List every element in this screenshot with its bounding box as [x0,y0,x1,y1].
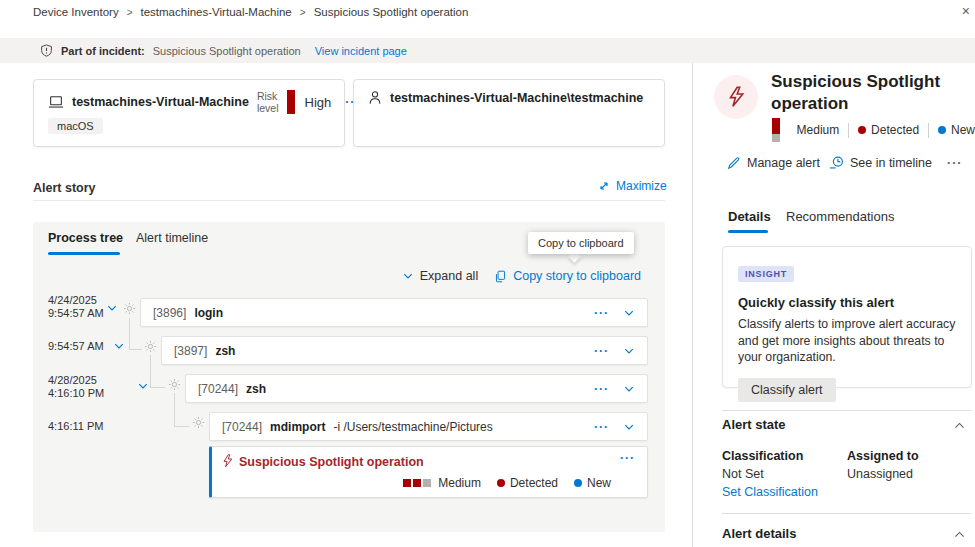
risk-level-label: Risk level [257,90,279,114]
row1-collapse-chevron-icon[interactable] [106,302,118,314]
process-name: login [194,306,223,320]
detected-dot-icon [497,479,505,487]
user-icon [368,90,382,105]
user-card[interactable]: testmachines-Virtual-Machine\testmachine [353,79,665,147]
process-name: mdimport [270,420,325,434]
new-dot-icon [938,126,946,134]
process-name: zsh [246,382,266,396]
row-expand-chevron-icon[interactable] [623,383,635,395]
incident-banner-name: Suspicious Spotlight operation [153,45,301,57]
tree-connector [174,393,189,427]
row-more-icon[interactable]: ··· [594,344,609,358]
tree-connector [150,355,165,388]
alert-details-title: Alert details [722,526,796,541]
device-icon [48,95,64,109]
row4-gear-icon [192,416,205,429]
tab-recommendations[interactable]: Recommendations [786,209,894,224]
maximize-icon [598,180,610,192]
status-label: New [587,476,611,490]
assigned-to-value: Unassigned [847,467,913,481]
process-name: zsh [215,344,235,358]
see-in-timeline-button[interactable]: See in timeline [829,155,932,170]
view-incident-page-link[interactable]: View incident page [315,45,407,57]
row4-timestamp: 4:16:11 PM [48,420,103,433]
see-in-timeline-label: See in timeline [850,156,932,170]
risk-level-value: High [305,95,332,110]
row3-timestamp: 4/28/20254:16:10 PM [48,374,104,400]
row-expand-chevron-icon[interactable] [623,307,635,319]
copy-icon [494,270,507,283]
os-tag: macOS [48,118,103,134]
insight-heading: Quickly classify this alert [738,295,956,310]
pencil-icon [727,156,741,170]
process-row-login[interactable]: [3896] login ··· [140,298,648,327]
row-more-icon[interactable]: ··· [594,306,609,320]
process-row-mdimport[interactable]: [70244] mdimport -i /Users/testmachine/P… [209,412,648,441]
copy-story-button[interactable]: Copy story to clipboard [494,269,641,283]
row3-collapse-chevron-icon[interactable] [137,380,149,392]
classification-value: Not Set [722,467,764,481]
row2-collapse-chevron-icon[interactable] [113,340,125,352]
status-separator [928,123,929,138]
breadcrumb: Device Inventory > testmachines-Virtual-… [33,6,468,18]
story-divider [33,200,665,201]
severity-squares [403,479,433,487]
device-card[interactable]: testmachines-Virtual-Machine Risk level … [33,79,345,147]
severity-label: Medium [797,123,840,137]
risk-severity-squares [287,90,297,114]
process-row-zsh-2[interactable]: [70244] zsh ··· [185,374,648,403]
detection-status-label: Detected [871,123,919,137]
alert-details-collapse-chevron-icon[interactable] [953,528,966,541]
breadcrumb-device[interactable]: testmachines-Virtual-Machine [141,6,292,18]
banner-close-icon[interactable]: × [962,4,970,18]
expand-all-label: Expand all [420,269,478,283]
copy-tooltip: Copy to clipboard [528,232,634,254]
alert-story-title: Alert story [33,181,96,195]
expand-all-button[interactable]: Expand all [402,269,478,283]
classify-alert-button[interactable]: Classify alert [738,378,836,402]
row2-gear-icon [144,340,157,353]
assigned-to-label: Assigned to [847,449,919,463]
tab-process-tree[interactable]: Process tree [48,231,123,245]
new-dot-icon [574,479,582,487]
status-badge: New [938,123,975,137]
breadcrumb-current: Suspicious Spotlight operation [314,6,469,18]
tab-details[interactable]: Details [728,209,771,224]
row2-timestamp: 9:54:57 AM [48,340,104,353]
process-pid: [70244] [198,382,238,396]
tab-alert-timeline[interactable]: Alert timeline [136,231,208,245]
defender-alert-page: Device Inventory > testmachines-Virtual-… [0,0,975,547]
process-pid: [70244] [222,420,262,434]
detection-status-badge: Detected [497,476,558,490]
tree-alert-card[interactable]: Suspicious Spotlight operation ··· Mediu… [209,446,648,498]
severity-squares [772,118,792,142]
breadcrumb-device-inventory[interactable]: Device Inventory [33,6,119,18]
side-panel-title: Suspicious Spotlight operation [771,71,971,115]
alert-state-title: Alert state [722,417,786,432]
manage-alert-button[interactable]: Manage alert [727,156,820,170]
device-name: testmachines-Virtual-Machine [72,95,249,109]
panel-more-icon[interactable]: ··· [947,156,963,170]
insight-badge: INSIGHT [738,266,794,282]
tab-process-tree-underline [48,252,120,255]
row-more-icon[interactable]: ··· [594,420,609,434]
breadcrumb-separator: > [300,7,306,18]
set-classification-link[interactable]: Set Classification [722,485,818,499]
maximize-button[interactable]: Maximize [598,179,667,193]
row-expand-chevron-icon[interactable] [623,421,635,433]
alert-more-icon[interactable]: ··· [620,451,635,465]
process-pid: [3896] [153,306,186,320]
incident-banner-label: Part of incident: [61,45,145,57]
user-name: testmachines-Virtual-Machine\testmachine [390,91,643,105]
panel-divider [692,63,693,547]
alert-bolt-icon [726,86,746,108]
alert-state-collapse-chevron-icon[interactable] [953,419,966,432]
story-toolbar: Expand all Copy story to clipboard [402,269,641,283]
incident-banner: Part of incident: Suspicious Spotlight o… [0,38,975,63]
chevron-down-icon [402,270,414,282]
manage-alert-label: Manage alert [747,156,820,170]
process-row-zsh-1[interactable]: [3897] zsh ··· [161,336,648,365]
row-more-icon[interactable]: ··· [594,382,609,396]
row-expand-chevron-icon[interactable] [623,345,635,357]
alert-story-panel: Process tree Alert timeline Copy to clip… [33,222,665,532]
